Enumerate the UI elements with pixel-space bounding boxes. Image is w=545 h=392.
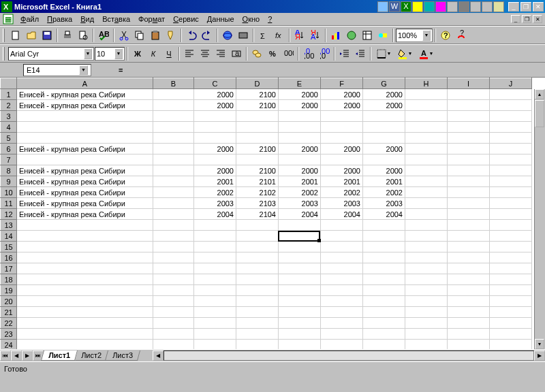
cell[interactable] (236, 154, 279, 165)
cell[interactable] (279, 263, 321, 274)
cell[interactable]: 2001 (321, 176, 363, 187)
cell[interactable] (17, 274, 153, 285)
font-size-combo[interactable]: ▼ (95, 47, 125, 61)
cell[interactable]: 2003 (321, 198, 363, 209)
mdi-maximize-button[interactable]: ❐ (522, 15, 531, 23)
cell[interactable]: 2002 (194, 187, 236, 198)
cell[interactable] (279, 318, 321, 329)
row-header[interactable]: 22 (1, 318, 17, 329)
row-header[interactable]: 13 (1, 220, 17, 231)
cell[interactable] (194, 220, 236, 231)
cell[interactable] (236, 122, 279, 133)
tray-icon[interactable] (435, 1, 446, 12)
cell[interactable] (448, 111, 490, 122)
menu-window[interactable]: Окно (238, 14, 264, 24)
open-button[interactable] (24, 28, 39, 43)
row-header[interactable]: 14 (1, 231, 17, 242)
cell[interactable] (405, 340, 448, 350)
function-button[interactable]: fx (272, 28, 287, 43)
cell[interactable] (194, 329, 236, 340)
cell[interactable]: 2000 (279, 165, 321, 176)
cell[interactable] (405, 165, 448, 176)
cell[interactable] (490, 100, 532, 111)
cell[interactable] (194, 154, 236, 165)
tray-icon[interactable] (470, 1, 481, 12)
tray-icon[interactable] (424, 1, 435, 12)
cell[interactable] (490, 220, 532, 231)
drawing-button[interactable] (375, 28, 390, 43)
menu-data[interactable]: Данные (203, 14, 238, 24)
cell[interactable] (448, 263, 490, 274)
cell[interactable] (153, 252, 194, 263)
cell[interactable] (17, 133, 153, 144)
cell[interactable] (279, 329, 321, 340)
cell[interactable] (363, 122, 405, 133)
cell[interactable] (236, 111, 279, 122)
column-header[interactable]: I (448, 78, 490, 89)
menu-insert[interactable]: Вставка (98, 14, 134, 24)
cell[interactable] (194, 263, 236, 274)
cell[interactable] (153, 176, 194, 187)
row-header[interactable]: 21 (1, 307, 17, 318)
zoom-dropdown-button[interactable]: ▼ (422, 30, 431, 41)
cell[interactable] (194, 340, 236, 350)
sort-asc-button[interactable]: АЯ (292, 28, 307, 43)
cell[interactable] (279, 307, 321, 318)
cell[interactable] (363, 263, 405, 274)
align-right-button[interactable] (213, 46, 228, 61)
cell[interactable] (490, 285, 532, 296)
autosum-button[interactable]: Σ (256, 28, 271, 43)
cell[interactable]: 2101 (236, 176, 279, 187)
cell[interactable] (405, 231, 448, 242)
hyperlink-button[interactable] (220, 28, 235, 43)
cell[interactable] (405, 89, 448, 100)
row-header[interactable]: 11 (1, 198, 17, 209)
cell[interactable] (448, 307, 490, 318)
cell[interactable] (279, 340, 321, 350)
cell[interactable] (490, 165, 532, 176)
next-sheet-button[interactable]: ▶ (22, 350, 33, 361)
cell[interactable]: 2001 (194, 176, 236, 187)
tray-icon[interactable] (377, 1, 388, 12)
cell[interactable] (490, 89, 532, 100)
cell[interactable] (490, 176, 532, 187)
font-name-input[interactable] (10, 50, 82, 58)
cell[interactable] (236, 252, 279, 263)
cut-button[interactable] (116, 28, 131, 43)
increase-decimal-button[interactable]: ,0,00 (301, 46, 316, 61)
pivot-button[interactable] (360, 28, 375, 43)
cell[interactable] (405, 318, 448, 329)
cell[interactable]: 2102 (236, 187, 279, 198)
cell[interactable] (363, 307, 405, 318)
row-header[interactable]: 5 (1, 133, 17, 144)
cell[interactable] (490, 252, 532, 263)
cell[interactable] (17, 296, 153, 307)
cell[interactable] (448, 340, 490, 350)
cell[interactable] (448, 329, 490, 340)
cell[interactable] (405, 100, 448, 111)
row-header[interactable]: 24 (1, 340, 17, 350)
maximize-button[interactable]: ❐ (520, 2, 531, 12)
cell[interactable]: 2004 (194, 209, 236, 220)
cell[interactable] (153, 154, 194, 165)
cell[interactable]: 2100 (236, 89, 279, 100)
column-header[interactable]: B (153, 78, 194, 89)
undo-button[interactable] (184, 28, 199, 43)
close-button[interactable]: ✕ (533, 2, 544, 12)
cell[interactable] (17, 231, 153, 242)
cell[interactable] (321, 318, 363, 329)
office-assistant-button[interactable]: ? (454, 28, 469, 43)
menu-edit[interactable]: Правка (43, 14, 76, 24)
cell[interactable]: 2000 (363, 144, 405, 154)
spelling-button[interactable]: ABC (96, 28, 111, 43)
cell[interactable] (490, 242, 532, 252)
cell[interactable]: Енисей - крупная река Сибири (17, 89, 153, 100)
cell[interactable] (194, 252, 236, 263)
cell[interactable] (363, 231, 405, 242)
cell[interactable] (153, 274, 194, 285)
cell[interactable] (363, 220, 405, 231)
align-center-button[interactable] (198, 46, 213, 61)
dropdown-button[interactable]: ▼ (114, 48, 123, 59)
tray-icon[interactable] (412, 1, 423, 12)
decrease-decimal-button[interactable]: ,00,0 (317, 46, 332, 61)
